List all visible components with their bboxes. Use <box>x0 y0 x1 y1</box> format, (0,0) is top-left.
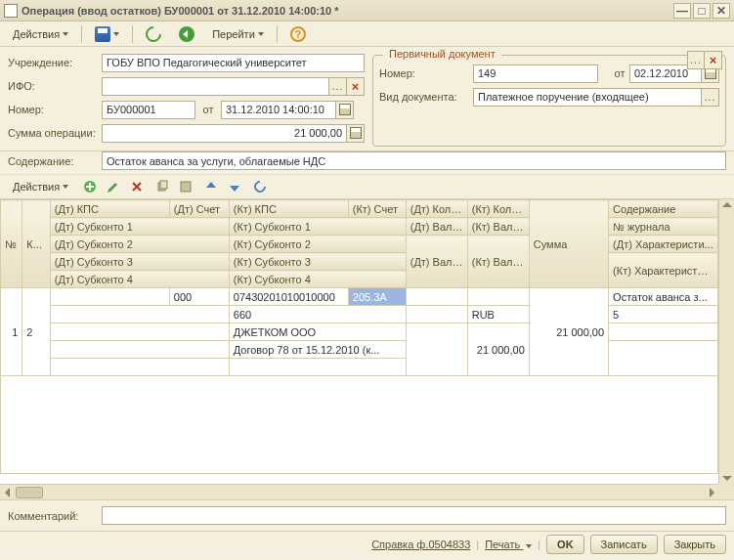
col-n-zh[interactable]: № журнала <box>609 218 718 236</box>
ifo-input[interactable] <box>102 77 329 96</box>
col-kt-sub4[interactable]: (Кт) Субконто 4 <box>229 271 406 288</box>
help-button[interactable]: ? <box>283 24 313 44</box>
table-row[interactable]: 1 2 000 07430201010010000 205.3А 21 000,… <box>1 288 718 306</box>
refresh-button[interactable] <box>139 24 168 44</box>
scroll-thumb[interactable] <box>16 487 43 498</box>
ifo-clear-button[interactable] <box>347 77 365 96</box>
pd-from-label: от <box>610 67 629 79</box>
col-k[interactable]: К... <box>22 200 50 288</box>
scroll-left-icon[interactable] <box>0 486 14 499</box>
date-calendar-button[interactable] <box>336 101 354 119</box>
org-lookup-button[interactable] <box>687 51 705 69</box>
col-dt-schet[interactable]: (Дт) Счет <box>169 200 229 218</box>
cell-kt-schet[interactable]: 205.3А <box>348 288 406 306</box>
cell-soderzh: Остаток аванса з... <box>609 288 718 306</box>
col-dt-val[interactable]: (Дт) Валю... <box>406 218 467 236</box>
col-kt-vs[interactable]: (Кт) Вал. сумма <box>467 236 529 288</box>
grid-refresh-button[interactable] <box>249 177 271 196</box>
col-kt-sub1[interactable]: (Кт) Субконто 1 <box>229 218 406 236</box>
col-dt-kps[interactable]: (Дт) КПС <box>50 200 169 218</box>
form-area: Учреждение: ГОБУ ВПО Педагогический унив… <box>0 47 734 151</box>
grid-actions-menu[interactable]: Действия <box>6 177 75 196</box>
col-kt-har[interactable]: (Кт) Характеристики движения <box>609 253 718 288</box>
sum-input[interactable]: 21 000,00 <box>102 124 347 143</box>
scroll-right-icon[interactable] <box>705 486 718 499</box>
spravka-link[interactable]: Справка ф.0504833 <box>371 538 470 550</box>
col-dt-vs[interactable]: (Дт) Вал. сумма <box>406 236 467 288</box>
table-row[interactable]: 660 RUB 5 <box>1 306 718 323</box>
go-label: Перейти <box>212 28 255 40</box>
main-toolbar: Действия Перейти ? <box>0 22 734 47</box>
cell-summa: 21 000,00 <box>529 288 608 376</box>
grid-copy-button[interactable] <box>151 177 173 196</box>
actions-label: Действия <box>13 28 60 40</box>
grid-scroll[interactable]: № К... (Дт) КПС (Дт) Счет (Кт) КПС (Кт) … <box>0 199 718 484</box>
col-kt-sub3[interactable]: (Кт) Субконто 3 <box>229 253 406 271</box>
col-kt-kps[interactable]: (Кт) КПС <box>229 200 348 218</box>
col-kt-val[interactable]: (Кт) Валюта <box>467 218 529 236</box>
go-menu[interactable]: Перейти <box>205 24 271 44</box>
close-button-footer[interactable]: Закрыть <box>664 535 726 554</box>
grid-wrap: № К... (Дт) КПС (Дт) Счет (Кт) КПС (Кт) … <box>0 199 734 500</box>
col-dt-sub1[interactable]: (Дт) Субконто 1 <box>50 218 229 236</box>
ifo-lookup-button[interactable] <box>329 77 347 96</box>
save-button[interactable] <box>88 24 126 44</box>
col-dt-sub2[interactable]: (Дт) Субконто 2 <box>50 236 229 253</box>
col-dt-sub3[interactable]: (Дт) Субконто 3 <box>50 253 229 271</box>
comment-input[interactable] <box>102 506 726 525</box>
col-kt-kol[interactable]: (Кт) Колич... <box>467 200 529 218</box>
content-input[interactable]: Остаток аванса за услуги, облагаемые НДС <box>102 151 726 170</box>
maximize-button[interactable]: □ <box>693 3 711 19</box>
horizontal-scrollbar[interactable] <box>0 484 718 499</box>
nav-back-button[interactable] <box>172 24 201 44</box>
from-label: от <box>195 104 221 115</box>
org-input[interactable]: ГОБУ ВПО Педагогический университет <box>102 54 365 72</box>
col-dt-kol[interactable]: (Дт) Коли... <box>406 200 467 218</box>
chevron-down-icon <box>113 32 119 36</box>
col-n[interactable]: № <box>1 200 22 288</box>
document-icon <box>4 4 18 18</box>
cell-kt-vs: 21 000,00 <box>467 323 529 376</box>
comment-label: Комментарий: <box>8 510 102 522</box>
pd-kind-lookup-button[interactable] <box>702 88 719 107</box>
actions-menu[interactable]: Действия <box>6 24 75 44</box>
write-button[interactable]: Записать <box>590 535 658 554</box>
col-summa[interactable]: Сумма <box>529 200 608 288</box>
print-link[interactable]: Печать <box>485 538 532 550</box>
grid-delete-button[interactable] <box>126 177 148 196</box>
org-clear-button[interactable] <box>705 51 722 69</box>
svg-rect-2 <box>160 181 167 189</box>
col-dt-sub4[interactable]: (Дт) Субконто 4 <box>50 271 229 288</box>
sum-label: Сумма операции: <box>8 127 102 139</box>
col-kt-schet[interactable]: (Кт) Счет <box>348 200 406 218</box>
num-input[interactable]: БУ000001 <box>102 101 195 119</box>
cell-kt-sub1: 660 <box>229 306 406 323</box>
grid-table: № К... (Дт) КПС (Дт) Счет (Кт) КПС (Кт) … <box>0 199 718 474</box>
sum-calc-button[interactable] <box>347 124 365 143</box>
col-dt-har[interactable]: (Дт) Характеристи... <box>609 236 718 253</box>
cell-n: 1 <box>1 288 22 376</box>
table-row[interactable]: Договор 78 от 15.12.2010 (к... <box>1 341 718 359</box>
col-soderzh[interactable]: Содержание <box>609 200 718 218</box>
vertical-scrollbar[interactable] <box>718 199 734 484</box>
pd-kind-input[interactable]: Платежное поручение (входящее) <box>473 88 702 107</box>
col-kt-sub2[interactable]: (Кт) Субконто 2 <box>229 236 406 253</box>
table-row[interactable]: ДЖЕТКОМ ООО 21 000,00 <box>1 323 718 341</box>
grid-move-down-button[interactable] <box>224 177 245 196</box>
date-input[interactable]: 31.12.2010 14:00:10 <box>221 101 336 119</box>
window-buttons: — □ ✕ <box>673 3 730 19</box>
pd-num-input[interactable]: 149 <box>473 65 598 83</box>
comment-row: Комментарий: <box>0 500 734 531</box>
ok-button[interactable]: OK <box>546 535 584 554</box>
grid-paste-button[interactable] <box>175 177 196 196</box>
grid-move-up-button[interactable] <box>200 177 222 196</box>
chevron-down-icon <box>526 544 532 548</box>
close-button[interactable]: ✕ <box>712 3 730 19</box>
cell-n-zh: 5 <box>609 306 718 323</box>
grid-add-button[interactable] <box>79 177 101 196</box>
minimize-button[interactable]: — <box>673 3 691 19</box>
svg-rect-3 <box>181 182 191 192</box>
arrow-left-icon <box>179 26 194 42</box>
grid-edit-button[interactable] <box>103 177 124 196</box>
primary-doc-title: Первичный документ <box>383 48 501 60</box>
